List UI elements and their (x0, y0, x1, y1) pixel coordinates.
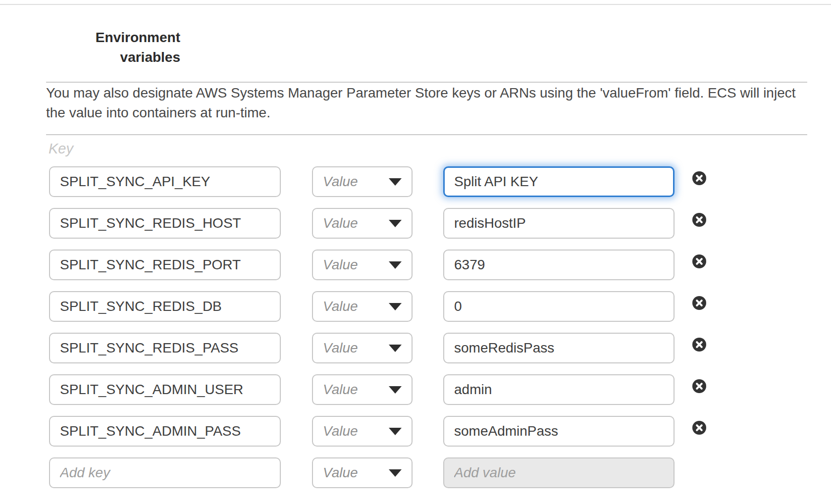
env-key-input[interactable] (49, 208, 281, 239)
x-circle-icon (695, 424, 703, 432)
remove-row-button[interactable] (692, 338, 706, 352)
add-value-input[interactable] (443, 457, 675, 488)
caret-down-icon (389, 220, 402, 227)
env-var-row-7: Value (49, 416, 706, 447)
value-type-label: Value (323, 299, 358, 314)
value-type-label: Value (323, 340, 358, 356)
remove-row-button[interactable] (692, 421, 706, 435)
env-var-add-row: Value (49, 457, 706, 488)
value-type-dropdown[interactable]: Value (312, 166, 413, 197)
env-value-input[interactable] (443, 166, 675, 197)
env-var-row-5: Value (49, 333, 706, 363)
remove-row-button[interactable] (692, 213, 706, 227)
add-key-input[interactable] (49, 457, 281, 488)
value-type-dropdown[interactable]: Value (312, 333, 413, 363)
env-var-row-3: Value (49, 250, 706, 280)
caret-down-icon (389, 261, 402, 269)
remove-row-button[interactable] (692, 296, 706, 310)
env-value-input[interactable] (443, 250, 675, 280)
x-circle-icon (695, 174, 703, 182)
caret-down-icon (389, 178, 402, 186)
x-circle-icon (695, 216, 703, 224)
value-type-label: Value (323, 215, 358, 231)
remove-row-button[interactable] (692, 171, 706, 185)
value-type-label: Value (323, 257, 358, 273)
env-var-row-4: Value (49, 291, 706, 322)
x-circle-icon (695, 299, 703, 307)
env-key-input[interactable] (49, 416, 281, 447)
divider-top (46, 82, 807, 83)
env-value-input[interactable] (443, 291, 675, 322)
value-type-dropdown[interactable]: Value (312, 416, 413, 447)
env-key-input[interactable] (49, 166, 281, 197)
caret-down-icon (389, 303, 402, 310)
env-variables-label: Environment variables (61, 28, 180, 67)
value-type-dropdown[interactable]: Value (312, 291, 413, 322)
value-type-label: Value (323, 465, 358, 481)
caret-down-icon (389, 345, 402, 352)
spacer (675, 457, 706, 488)
value-type-dropdown[interactable]: Value (312, 208, 413, 239)
value-type-label: Value (323, 174, 358, 190)
env-var-row-2: Value (49, 208, 706, 239)
env-value-input[interactable] (443, 208, 675, 239)
env-value-input[interactable] (443, 374, 675, 405)
env-key-input[interactable] (49, 374, 281, 405)
value-type-dropdown[interactable]: Value (312, 250, 413, 280)
ecs-environment-variables-section: Environment variables You may also desig… (0, 0, 831, 504)
value-type-dropdown[interactable]: Value (312, 374, 413, 405)
caret-down-icon (389, 469, 402, 477)
env-var-rows: Value Value (49, 166, 706, 499)
env-value-input[interactable] (443, 416, 675, 447)
description-text: You may also designate AWS Systems Manag… (46, 83, 810, 123)
x-circle-icon (695, 382, 703, 390)
x-circle-icon (695, 257, 703, 265)
value-type-dropdown[interactable]: Value (312, 457, 413, 488)
remove-row-button[interactable] (692, 254, 706, 268)
env-key-input[interactable] (49, 291, 281, 322)
env-key-input[interactable] (49, 333, 281, 363)
divider-bottom (46, 134, 807, 135)
env-key-input[interactable] (49, 250, 281, 280)
key-column-label: Key (49, 141, 73, 157)
caret-down-icon (389, 386, 402, 394)
top-divider (0, 4, 831, 5)
value-type-label: Value (323, 382, 358, 398)
env-var-row-1: Value (49, 166, 706, 197)
env-value-input[interactable] (443, 333, 675, 363)
remove-row-button[interactable] (692, 379, 706, 393)
value-type-label: Value (323, 423, 358, 439)
env-var-row-6: Value (49, 374, 706, 405)
x-circle-icon (695, 341, 703, 349)
caret-down-icon (389, 428, 402, 435)
